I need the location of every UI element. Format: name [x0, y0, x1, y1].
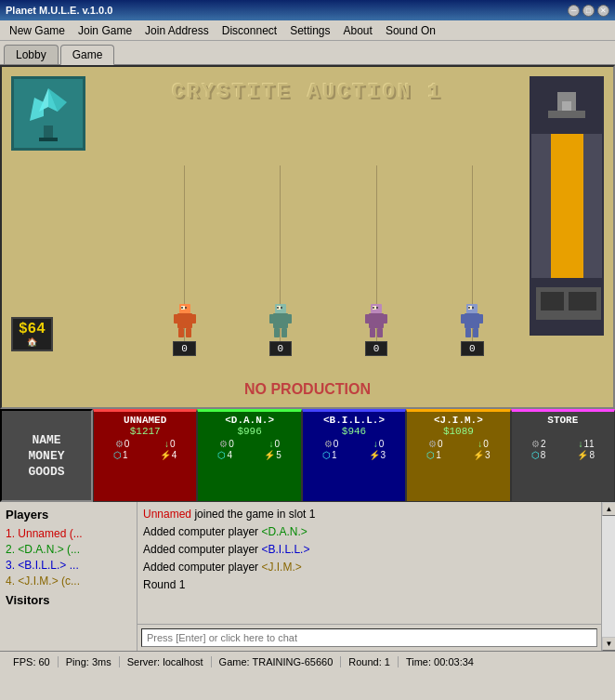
store-bottom-icon: [531, 278, 606, 334]
menu-new-game[interactable]: New Game: [4, 22, 71, 39]
svg-rect-45: [541, 292, 564, 310]
status-ping: Ping: 3ms: [59, 656, 120, 667]
store-bottom: [531, 278, 602, 334]
char-3-bid: 0: [365, 341, 388, 356]
panel-bill-stats: ⚙0 ↓0 ⬡1 ⚡3: [305, 439, 403, 460]
svg-rect-33: [465, 313, 479, 328]
panel-bill-money: $946: [342, 426, 366, 437]
svg-rect-43: [548, 111, 585, 118]
minimize-button[interactable]: ─: [568, 5, 580, 17]
scroll-up-button[interactable]: ▲: [602, 502, 615, 516]
panel-jim: <J.I.M.> $1089 ⚙0 ↓0 ⬡1 ⚡3: [406, 409, 510, 502]
panel-unnamed-name: UNNAMED: [124, 415, 166, 426]
status-fps: FPS: 60: [6, 656, 59, 667]
char-4-sprite: [457, 304, 487, 339]
label-name: NAME: [6, 433, 87, 447]
auction-title: CRYSTITE AUCTION 1: [2, 81, 613, 104]
close-button[interactable]: ✕: [597, 5, 609, 17]
menu-about[interactable]: About: [338, 22, 378, 39]
svg-rect-28: [377, 328, 383, 337]
player-entry-1: 1. Unnamed (...: [6, 527, 131, 540]
store-top: [531, 78, 602, 134]
log-scrollbar[interactable]: ▲ ▼: [601, 502, 615, 651]
food-icon: ↓: [578, 439, 582, 449]
status-bar: FPS: 60 Ping: 3ms Server: localhost Game…: [0, 651, 615, 671]
status-round: Round: 1: [341, 656, 399, 667]
status-row: NAME MONEY GOODS UNNAMED $1217 ⚙0 ↓0 ⬡1 …: [0, 409, 615, 502]
log-line-1: Unnamed joined the game in slot 1: [143, 506, 595, 522]
price-display: $64 🏠: [11, 317, 53, 351]
svg-rect-36: [465, 328, 471, 337]
panel-unnamed-money: $1217: [130, 426, 161, 437]
gear-icon: ⚙: [115, 439, 124, 449]
svg-marker-2: [30, 98, 44, 121]
label-money: MONEY: [6, 449, 87, 463]
char-2-sprite: [266, 304, 295, 339]
panel-store-name: STORE: [547, 415, 578, 426]
panel-jim-name: <J.I.M.>: [434, 415, 483, 426]
log-unnamed-name: Unnamed: [143, 508, 191, 521]
crystal-icon: ⬡: [531, 450, 540, 460]
log-line-3: Added computer player <B.I.L.L.>: [143, 541, 595, 558]
scroll-track: [602, 516, 615, 637]
svg-rect-19: [281, 328, 287, 337]
panel-jim-stats: ⚙0 ↓0 ⬡1 ⚡3: [409, 439, 507, 460]
crystal-icon: ⬡: [217, 450, 226, 460]
players-title: Players: [6, 508, 131, 522]
no-production-text: NO PRODUCTION: [2, 381, 613, 398]
char-2-bid: 0: [269, 341, 293, 356]
store-top-icon: [543, 83, 590, 129]
log-line-5: Round 1: [143, 576, 595, 593]
char-1-sprite: [170, 304, 200, 339]
player-labels: NAME MONEY GOODS: [0, 409, 93, 502]
svg-rect-15: [273, 313, 288, 328]
bottom-area: Players 1. Unnamed (... 2. <D.A.N.> (...…: [0, 502, 615, 651]
svg-rect-16: [269, 314, 274, 324]
plant-logo: [11, 76, 85, 151]
window-controls: ─ □ ✕: [568, 5, 609, 17]
crystal-icon: ⬡: [426, 450, 435, 460]
player-panels: UNNAMED $1217 ⚙0 ↓0 ⬡1 ⚡4 <D.A.N.> $996 …: [93, 409, 615, 502]
player-entry-2: 2. <D.A.N.> (...: [6, 543, 131, 556]
char-3: 0: [361, 304, 391, 356]
svg-rect-10: [186, 328, 191, 337]
players-list: Players 1. Unnamed (... 2. <D.A.N.> (...…: [0, 502, 137, 651]
maximize-button[interactable]: □: [582, 5, 595, 17]
log-area: Unnamed joined the game in slot 1 Added …: [137, 502, 601, 624]
label-goods: GOODS: [6, 465, 87, 479]
panel-dan-stats: ⚙0 ↓0 ⬡4 ⚡5: [200, 439, 298, 460]
menu-join-address[interactable]: Join Address: [139, 22, 215, 39]
svg-rect-17: [287, 314, 292, 324]
log-line-2: Added computer player <D.A.N.>: [143, 523, 595, 540]
panel-unnamed: UNNAMED $1217 ⚙0 ↓0 ⬡1 ⚡4: [93, 409, 197, 502]
svg-rect-4: [39, 138, 58, 141]
log-dan-name: <D.A.N.>: [261, 525, 307, 538]
svg-point-31: [376, 307, 378, 309]
energy-icon: ⚡: [577, 450, 588, 460]
energy-icon: ⚡: [369, 450, 380, 460]
svg-point-39: [468, 307, 470, 309]
scroll-down-button[interactable]: ▼: [602, 637, 615, 651]
chat-input[interactable]: [141, 628, 597, 647]
panel-unnamed-stats: ⚙0 ↓0 ⬡1 ⚡4: [96, 439, 194, 460]
panel-store-money: [560, 426, 567, 437]
menu-settings[interactable]: Settings: [284, 22, 335, 39]
svg-rect-3: [44, 125, 53, 139]
store-bar: [551, 134, 583, 278]
log-line-4: Added computer player <J.I.M.>: [143, 559, 595, 575]
store-display: [530, 76, 604, 336]
food-icon: ↓: [373, 439, 378, 449]
chat-input-area[interactable]: [137, 624, 601, 651]
char-1: 0: [170, 304, 200, 356]
menu-bar: New Game Join Game Join Address Disconne…: [0, 20, 615, 41]
menu-disconnect[interactable]: Disconnect: [216, 22, 282, 39]
menu-join-game[interactable]: Join Game: [72, 22, 137, 39]
tab-game[interactable]: Game: [60, 45, 115, 65]
tab-lobby[interactable]: Lobby: [4, 45, 59, 64]
plant-icon: [20, 84, 76, 144]
menu-sound[interactable]: Sound On: [380, 22, 441, 39]
food-icon: ↓: [268, 439, 273, 449]
svg-rect-24: [369, 313, 384, 328]
svg-rect-6: [177, 313, 192, 328]
status-game: Game: TRAINING-65660: [212, 656, 342, 667]
